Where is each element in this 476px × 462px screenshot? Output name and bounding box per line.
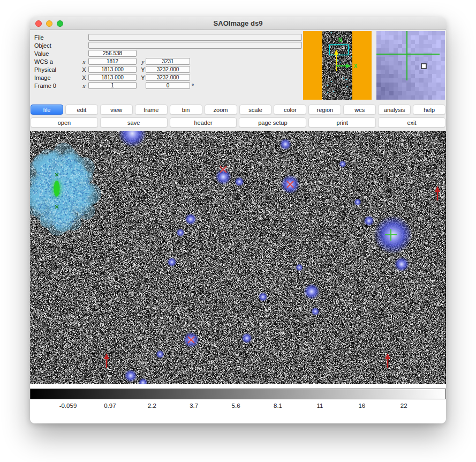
info-field-object	[88, 42, 302, 49]
image-canvas[interactable]	[30, 131, 445, 384]
info-field-physical: 1813.000	[88, 66, 137, 73]
traffic-lights	[35, 20, 63, 27]
degree-symbol: °	[192, 83, 194, 89]
window-title: SAOImage ds9	[214, 19, 263, 27]
file-button-save[interactable]: save	[100, 117, 168, 128]
image-area	[30, 131, 446, 384]
colorbar-tick-label: 3.7	[190, 403, 198, 409]
info-row-physical: PhysicalX1813.000Y3232.000	[34, 65, 303, 73]
info-sublabel-frame: x	[80, 83, 88, 89]
info-field-file	[88, 34, 302, 41]
info-row-object: Object	[34, 41, 303, 49]
file-button-header[interactable]: header	[170, 117, 237, 128]
colorbar-labels: -0.0590.972.23.75.68.1111622	[30, 403, 446, 411]
info-sublabel-wcs: x	[80, 58, 88, 65]
titlebar[interactable]: SAOImage ds9	[30, 17, 446, 30]
info-field-wcs: 1812	[88, 58, 137, 65]
file-button-exit[interactable]: exit	[378, 117, 445, 128]
menu-button-view[interactable]: view	[100, 105, 133, 115]
minimize-button[interactable]	[46, 20, 52, 27]
menu-button-bin[interactable]: bin	[170, 105, 202, 115]
info-row-wcs: WCS ax1812y3231	[34, 57, 303, 65]
colorbar-tick-label: 2.2	[148, 403, 156, 409]
info-sublabel-image-2: Y	[140, 74, 146, 81]
info-sublabel-image: X	[80, 74, 88, 81]
info-label-object: Object	[34, 42, 80, 49]
info-row-file: File	[34, 33, 303, 41]
menu-button-scale[interactable]: scale	[239, 105, 272, 115]
info-field-physical-2: 3232.000	[146, 66, 190, 73]
file-button-print[interactable]: print	[308, 117, 376, 128]
info-field-wcs-2: 3231	[146, 58, 190, 65]
colorbar[interactable]	[30, 389, 446, 399]
info-label-file: File	[34, 34, 80, 41]
colorbar-tick-label: 8.1	[274, 403, 282, 409]
info-label-value: Value	[34, 50, 80, 57]
info-field-value: 256.538	[88, 50, 137, 57]
colorbar-tick-label: -0.059	[59, 403, 77, 409]
info-label-physical: Physical	[34, 66, 80, 73]
close-button[interactable]	[35, 20, 42, 27]
colorbar-tick-label: 5.6	[232, 403, 240, 409]
menu-button-row: fileeditviewframebinzoomscalecolorregion…	[30, 105, 446, 115]
panner[interactable]	[303, 31, 372, 100]
file-button-page-setup[interactable]: page setup	[239, 117, 306, 128]
menu-button-frame[interactable]: frame	[135, 105, 168, 115]
colorbar-tick-label: 11	[316, 403, 323, 409]
menu-button-color[interactable]: color	[274, 105, 306, 115]
info-sublabel-physical-2: Y	[140, 66, 146, 73]
info-sublabel-physical: X	[80, 66, 88, 73]
menu-button-region[interactable]: region	[308, 105, 341, 115]
top-panel: FileObjectValue256.538WCS ax1812y3231Phy…	[30, 30, 446, 101]
info-label-frame: Frame 0	[34, 83, 80, 89]
info-row-frame: Frame 0x10°	[34, 81, 303, 90]
info-label-wcs: WCS a	[34, 58, 80, 65]
info-field-frame: 1	[88, 82, 137, 89]
menu-button-zoom[interactable]: zoom	[205, 105, 237, 115]
menu-button-edit[interactable]: edit	[65, 105, 98, 115]
colorbar-tick-label: 16	[358, 403, 365, 409]
info-sublabel-wcs-2: y	[140, 58, 146, 65]
info-panel: FileObjectValue256.538WCS ax1812y3231Phy…	[34, 31, 303, 90]
info-row-value: Value256.538	[34, 49, 303, 57]
fullscreen-button[interactable]	[57, 20, 63, 27]
info-field-frame-2: 0	[146, 82, 190, 89]
info-field-image-2: 3232.000	[146, 74, 190, 81]
colorbar-tick-label: 0.97	[104, 403, 116, 409]
colorbar-tick-label: 22	[401, 403, 407, 409]
info-field-image: 1813.000	[88, 74, 137, 81]
bottom-section: -0.0590.972.23.75.68.1111622	[30, 384, 446, 423]
magnifier	[376, 31, 445, 100]
menu-button-analysis[interactable]: analysis	[378, 105, 411, 115]
ds9-window: SAOImage ds9 FileObjectValue256.538WCS a…	[30, 17, 446, 423]
file-button-open[interactable]: open	[31, 117, 98, 128]
menu-button-help[interactable]: help	[413, 105, 445, 115]
info-row-image: ImageX1813.000Y3232.000	[34, 73, 303, 81]
menu-button-wcs[interactable]: wcs	[343, 105, 376, 115]
menu-button-file[interactable]: file	[31, 105, 63, 115]
file-button-row: opensaveheaderpage setupprintexit	[30, 117, 446, 128]
info-label-image: Image	[34, 74, 80, 81]
